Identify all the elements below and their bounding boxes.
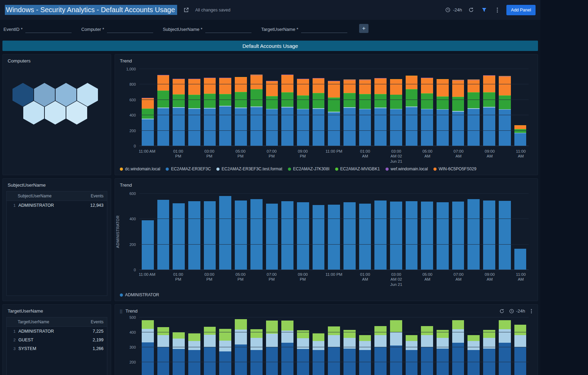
bar[interactable] [452, 194, 464, 270]
bar[interactable] [359, 317, 371, 375]
bar[interactable] [467, 317, 480, 375]
bar[interactable] [313, 194, 325, 270]
table-row[interactable]: 1ADMINISTRATOR12,943 [7, 201, 107, 210]
bar[interactable] [235, 194, 247, 270]
bar[interactable] [467, 69, 480, 146]
bar[interactable] [437, 317, 449, 375]
time-range-control[interactable]: -24h [445, 7, 462, 13]
bar[interactable] [235, 317, 247, 375]
bar[interactable] [173, 194, 185, 270]
bar[interactable] [359, 194, 371, 270]
bar[interactable] [406, 69, 418, 146]
plot-area[interactable] [139, 317, 529, 375]
column-header[interactable]: TargetUserName [10, 319, 91, 324]
bar[interactable] [219, 317, 231, 375]
share-icon[interactable] [182, 6, 190, 14]
bar[interactable] [250, 194, 263, 270]
eventid-input[interactable] [25, 25, 72, 33]
bar[interactable] [157, 194, 169, 270]
bar[interactable] [297, 69, 309, 146]
computer-input[interactable] [107, 25, 153, 33]
bar[interactable] [390, 69, 402, 146]
bar[interactable] [142, 317, 154, 375]
bar[interactable] [514, 317, 527, 375]
bar[interactable] [188, 69, 200, 146]
table-row[interactable]: 1ADMINISTRATOR7,225 [7, 327, 107, 335]
dashboard-title[interactable]: Windows - Security Analytics - Default A… [5, 6, 177, 14]
bar[interactable] [483, 317, 495, 375]
bar[interactable] [359, 69, 371, 146]
bar[interactable] [421, 69, 433, 146]
bar[interactable] [406, 317, 418, 375]
bar[interactable] [514, 194, 527, 270]
bar[interactable] [406, 194, 418, 270]
bar[interactable] [467, 194, 480, 270]
bar[interactable] [313, 69, 325, 146]
add-filter-button[interactable]: + [359, 24, 368, 33]
plot-area[interactable] [139, 69, 529, 146]
bar[interactable] [281, 317, 293, 375]
subject-trend-chart[interactable]: ADMINISTRATOR 0200400600 11:00 AM01:00 P… [115, 179, 538, 301]
legend-item[interactable]: ADMINISTRATOR [120, 292, 159, 297]
bar[interactable] [157, 317, 169, 375]
kebab-menu-icon[interactable] [493, 6, 502, 14]
bar[interactable] [437, 194, 449, 270]
bar[interactable] [235, 69, 247, 146]
bar[interactable] [452, 317, 464, 375]
bar[interactable] [142, 69, 154, 146]
bar[interactable] [343, 194, 356, 270]
bar[interactable] [157, 69, 169, 146]
bar[interactable] [374, 69, 387, 146]
computers-trend-chart[interactable]: 02004006008001,000 11:00 AM01:00 PM03:00… [115, 54, 538, 175]
bar[interactable] [142, 194, 154, 270]
bar[interactable] [297, 317, 309, 375]
column-header[interactable]: Events [91, 319, 103, 324]
bar[interactable] [390, 194, 402, 270]
bar[interactable] [437, 69, 449, 146]
legend-item[interactable]: EC2AMAZ-ER3EF3C.test.format [216, 167, 282, 171]
bar[interactable] [266, 317, 278, 375]
legend-item[interactable]: EC2AMAZ-ER3EF3C [166, 167, 211, 171]
bar[interactable] [421, 317, 433, 375]
bar[interactable] [173, 69, 185, 146]
bar[interactable] [343, 69, 356, 146]
bar[interactable] [266, 194, 278, 270]
bar[interactable] [390, 317, 402, 375]
table-row[interactable]: 2GUEST2,199 [7, 335, 107, 344]
bar[interactable] [328, 317, 340, 375]
legend-item[interactable]: EC2AMAZ-J7K308I [288, 167, 330, 171]
bar[interactable] [313, 317, 325, 375]
column-header[interactable]: SubjectUserName [10, 194, 91, 198]
legend-item[interactable]: dc.windomain.local [120, 167, 160, 171]
bar[interactable] [204, 317, 216, 375]
column-header[interactable]: Events [91, 194, 103, 198]
bar[interactable] [266, 69, 278, 146]
bar[interactable] [250, 317, 263, 375]
bar[interactable] [328, 194, 340, 270]
legend-item[interactable]: WIN-6C5PO5FS029 [433, 167, 477, 171]
bar[interactable] [173, 317, 185, 375]
refresh-icon[interactable] [467, 6, 475, 14]
bar[interactable] [374, 317, 387, 375]
bar[interactable] [188, 194, 200, 270]
filter-icon[interactable] [480, 6, 488, 14]
bar[interactable] [297, 194, 309, 270]
bar[interactable] [514, 69, 527, 146]
bar[interactable] [499, 69, 511, 146]
bar[interactable] [219, 194, 231, 270]
bar[interactable] [499, 317, 511, 375]
bar[interactable] [281, 69, 293, 146]
subjectusername-input[interactable] [205, 25, 251, 33]
bar[interactable] [343, 317, 356, 375]
legend-item[interactable]: wef.windomain.local [386, 167, 428, 171]
bar[interactable] [483, 194, 495, 270]
bar[interactable] [452, 69, 464, 146]
bar[interactable] [281, 194, 293, 270]
bar[interactable] [204, 69, 216, 146]
bar[interactable] [328, 69, 340, 146]
bar[interactable] [483, 69, 495, 146]
bar[interactable] [250, 69, 263, 146]
legend-item[interactable]: EC2AMAZ-MVIGBK1 [335, 167, 380, 171]
bar[interactable] [219, 69, 231, 146]
bar[interactable] [374, 194, 387, 270]
